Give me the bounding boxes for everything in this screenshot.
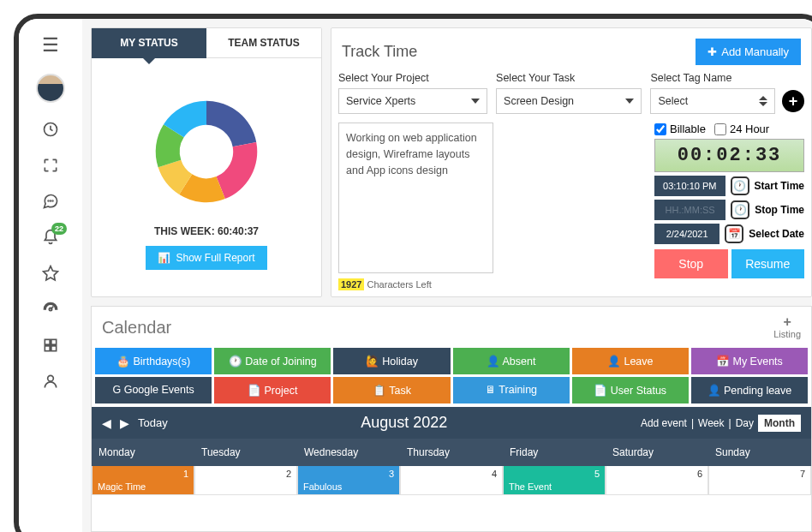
calendar-cell[interactable]: 4 xyxy=(400,466,503,495)
svg-rect-7 xyxy=(45,346,50,351)
avatar[interactable] xyxy=(36,74,65,103)
next-month-button[interactable]: ▶ xyxy=(120,416,129,430)
week-view-button[interactable]: Week xyxy=(698,417,724,429)
calendar-tag[interactable]: 👤 Absent xyxy=(453,348,570,374)
tab-team-status[interactable]: TEAM STATUS xyxy=(206,28,321,58)
month-view-button[interactable]: Month xyxy=(758,415,801,432)
weekday-label: Thursday xyxy=(400,439,503,466)
clock-icon: 🕐 xyxy=(731,176,749,195)
user-icon[interactable] xyxy=(41,372,60,391)
status-tabs: MY STATUS TEAM STATUS xyxy=(92,28,321,58)
donut-chart xyxy=(140,85,273,218)
svg-point-9 xyxy=(48,375,54,381)
calendar-cell[interactable]: 7 xyxy=(708,466,811,495)
calendar-cell[interactable]: 2 xyxy=(194,466,297,495)
calendar-tag[interactable]: 🙋 Holiday xyxy=(333,348,450,374)
notification-badge: 22 xyxy=(51,223,67,235)
main-content: MY STATUS TEAM STATUS THIS WEEK: 60:40:3… xyxy=(82,19,812,532)
24hour-checkbox[interactable]: 24 Hour xyxy=(714,123,769,135)
task-select[interactable]: Screen Design xyxy=(496,88,642,114)
show-full-report-button[interactable]: 📊Show Full Report xyxy=(146,246,266,270)
calendar-tag[interactable]: 📄 Project xyxy=(214,377,331,403)
listing-button[interactable]: +Listing xyxy=(773,315,801,339)
chat-icon[interactable] xyxy=(41,192,60,211)
sidebar: ☰ 22 xyxy=(19,19,82,532)
calendar-tags-row1: 🎂 Birthdays(s)🕐 Date of Joining🙋 Holiday… xyxy=(92,348,811,374)
add-tag-button[interactable]: + xyxy=(782,90,804,112)
calendar-tag[interactable]: 🎂 Birthdays(s) xyxy=(95,348,212,374)
calendar-cell[interactable]: 1Magic Time xyxy=(92,466,194,495)
stop-button[interactable]: Stop xyxy=(654,249,728,278)
calendar-tags-row2: G Google Events📄 Project📋 Task🖥 Training… xyxy=(92,377,811,403)
description-input[interactable] xyxy=(338,123,493,273)
weekday-label: Monday xyxy=(92,439,194,466)
tab-my-status[interactable]: MY STATUS xyxy=(92,28,206,58)
weekday-label: Wednesday xyxy=(297,439,400,466)
menu-icon[interactable]: ☰ xyxy=(42,34,59,57)
day-view-button[interactable]: Day xyxy=(736,417,754,429)
svg-point-2 xyxy=(51,200,51,201)
this-week-text: THIS WEEK: 60:40:37 xyxy=(154,225,259,237)
stop-time-value[interactable]: HH.:MM:SS xyxy=(654,200,725,220)
weekday-header: MondayTuesdayWednesdayThursdayFridaySatu… xyxy=(92,439,811,466)
calendar-tag[interactable]: 📋 Task xyxy=(333,377,450,403)
prev-month-button[interactable]: ◀ xyxy=(102,416,111,430)
tag-label: Select Tag Name xyxy=(650,72,804,84)
grid-icon[interactable] xyxy=(41,336,60,355)
date-value[interactable]: 2/24/2021 xyxy=(654,224,719,244)
calendar-tag[interactable]: G Google Events xyxy=(95,377,212,403)
clock-icon[interactable] xyxy=(41,120,60,139)
start-time-value[interactable]: 03:10:10 PM xyxy=(654,176,725,196)
svg-rect-5 xyxy=(45,339,50,344)
stop-time-label: Stop Time xyxy=(755,204,804,216)
calendar-tag[interactable]: 🕐 Date of Joining xyxy=(214,348,331,374)
plus-icon: + xyxy=(773,315,801,329)
date-label: Select Date xyxy=(749,228,804,240)
svg-rect-6 xyxy=(51,339,57,344)
calendar-month-year: August 2022 xyxy=(168,414,641,432)
task-label: Select Your Task xyxy=(496,72,642,84)
add-event-button[interactable]: Add event xyxy=(641,417,687,429)
calendar-week-row: 1Magic Time23Fabulous45The Event67 xyxy=(92,466,811,495)
calendar-title: Calendar xyxy=(102,318,171,338)
calendar-icon: 📅 xyxy=(725,224,743,243)
star-icon[interactable] xyxy=(41,264,60,283)
status-card: MY STATUS TEAM STATUS THIS WEEK: 60:40:3… xyxy=(91,27,322,297)
today-button[interactable]: Today xyxy=(138,416,168,429)
bell-icon[interactable]: 22 xyxy=(41,228,60,247)
svg-point-3 xyxy=(52,200,53,201)
calendar-cell[interactable]: 5The Event xyxy=(503,466,606,495)
timer-display: 00:02:33 xyxy=(654,139,804,172)
resume-button[interactable]: Resume xyxy=(731,249,805,278)
track-title: Track Time xyxy=(342,43,417,61)
weekday-label: Friday xyxy=(503,439,606,466)
calendar-tag[interactable]: 👤 Pending leave xyxy=(691,377,808,403)
calendar-cell[interactable]: 6 xyxy=(606,466,708,495)
calendar-tag[interactable]: 📄 User Status xyxy=(572,377,689,403)
tag-select[interactable]: Select xyxy=(650,88,775,114)
svg-rect-8 xyxy=(51,346,57,351)
add-manually-button[interactable]: ✚Add Manually xyxy=(696,39,801,65)
chars-left: 1927 Characters Left xyxy=(338,279,646,290)
plus-icon: ✚ xyxy=(708,45,717,58)
track-time-card: Track Time ✚Add Manually Select Your Pro… xyxy=(331,27,812,297)
calendar-card: Calendar +Listing 🎂 Birthdays(s)🕐 Date o… xyxy=(91,306,812,532)
weekday-label: Tuesday xyxy=(194,439,297,466)
svg-point-1 xyxy=(48,200,49,201)
weekday-label: Saturday xyxy=(606,439,708,466)
chart-icon: 📊 xyxy=(158,252,170,264)
calendar-tag[interactable]: 👤 Leave xyxy=(572,348,689,374)
weekday-label: Sunday xyxy=(708,439,811,466)
billable-checkbox[interactable]: Billable xyxy=(654,123,706,135)
expand-icon[interactable] xyxy=(41,156,60,175)
calendar-nav: ◀ ▶ Today August 2022 Add event | Week |… xyxy=(92,407,811,439)
calendar-tag[interactable]: 🖥 Training xyxy=(453,377,570,403)
dashboard-icon[interactable] xyxy=(41,300,60,319)
project-select[interactable]: Service Xperts xyxy=(338,88,487,114)
start-time-label: Start Time xyxy=(755,180,804,192)
calendar-cell[interactable]: 3Fabulous xyxy=(297,466,400,495)
clock-icon: 🕐 xyxy=(731,200,749,219)
project-label: Select Your Project xyxy=(338,72,487,84)
calendar-tag[interactable]: 📅 My Events xyxy=(691,348,808,374)
